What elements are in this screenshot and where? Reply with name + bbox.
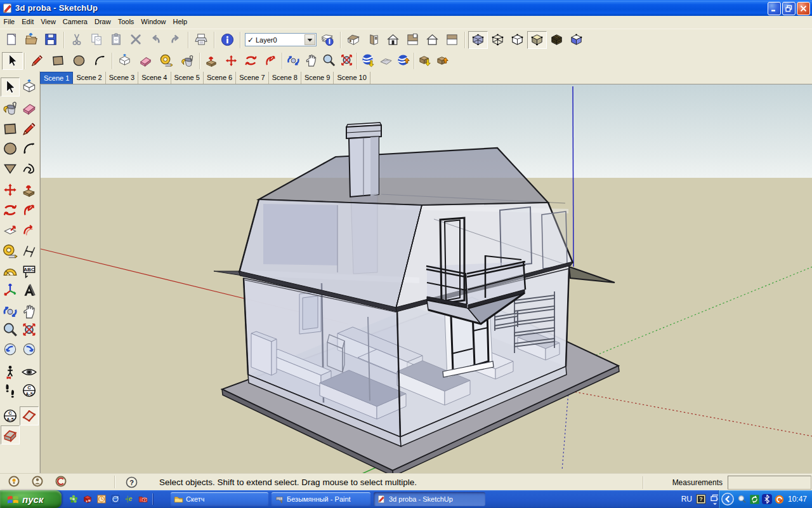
new-button[interactable]	[2, 31, 22, 49]
solidworks-icon[interactable]: SW	[82, 494, 93, 505]
polygon-tool[interactable]	[1, 159, 20, 178]
push-pull-tool[interactable]	[20, 180, 39, 199]
bluetooth-tray-icon[interactable]	[762, 494, 772, 504]
green-sync-tray-icon[interactable]	[749, 494, 760, 505]
left-view-button[interactable]	[363, 31, 383, 49]
right-view-button[interactable]	[442, 31, 462, 49]
section-plane-tool[interactable]	[20, 406, 39, 425]
back-view-button[interactable]	[422, 31, 442, 49]
line-button[interactable]	[27, 52, 48, 70]
get-current-view-button[interactable]	[359, 52, 377, 70]
layer-combo[interactable]: ✓Layer0	[245, 33, 317, 46]
minimize-button[interactable]	[768, 2, 781, 15]
tape-measure-button[interactable]	[156, 52, 177, 70]
restore-button[interactable]	[782, 2, 796, 15]
shaded-button[interactable]	[527, 31, 547, 49]
claim-status-icon[interactable]	[55, 475, 67, 489]
rotate-tool[interactable]	[1, 201, 20, 220]
look-around-tool[interactable]	[20, 363, 39, 382]
wireframe-button[interactable]	[488, 31, 508, 49]
e-green-icon[interactable]: e	[124, 494, 134, 505]
zoom-extents-tool[interactable]	[20, 321, 39, 340]
protractor-tool[interactable]	[1, 262, 20, 281]
orbit-button[interactable]	[284, 52, 302, 70]
task--[interactable]: Скетч	[171, 492, 268, 506]
tab-scene-6[interactable]: Scene 6	[204, 72, 236, 84]
help-status-icon[interactable]: ?	[126, 476, 138, 488]
previous-view-tool[interactable]	[1, 340, 20, 359]
section-symbol-2-tool[interactable]: CA-5	[1, 406, 20, 425]
circle-tool[interactable]	[1, 139, 20, 158]
text-tool[interactable]: ABC	[20, 262, 39, 281]
open-button[interactable]	[22, 31, 41, 49]
magnifier-tray-icon[interactable]	[737, 494, 747, 505]
tape-measure-tool[interactable]	[1, 242, 20, 261]
menu-file[interactable]: File	[0, 16, 18, 28]
pan-tool[interactable]	[20, 302, 39, 321]
section-symbol-tool[interactable]: CA-5	[20, 381, 39, 400]
zoom-extents-button[interactable]	[337, 52, 355, 70]
undo-button[interactable]	[146, 31, 166, 49]
chevron-collapse-icon[interactable]	[721, 492, 735, 506]
pan-button[interactable]	[302, 52, 320, 70]
toggle-terrain-button[interactable]	[377, 52, 395, 70]
menu-window[interactable]: Window	[138, 16, 169, 28]
ie-update-icon[interactable]	[110, 494, 121, 505]
tab-scene-9[interactable]: Scene 9	[301, 72, 334, 84]
axes-tool[interactable]	[1, 281, 20, 300]
language-indicator[interactable]: RU	[681, 495, 692, 504]
start-button[interactable]: пуск	[0, 490, 62, 508]
push-pull-button[interactable]	[202, 52, 221, 70]
hidden-line-button[interactable]	[508, 31, 527, 49]
zoom-button[interactable]	[320, 52, 337, 70]
3d-text-tool[interactable]	[20, 281, 39, 300]
select-button[interactable]	[2, 52, 23, 70]
scale-tool[interactable]	[1, 221, 20, 240]
make-component-button[interactable]	[114, 52, 135, 70]
get-models-button[interactable]	[416, 52, 434, 70]
tab-scene-5[interactable]: Scene 5	[171, 72, 204, 84]
iso-view-button[interactable]	[344, 31, 363, 49]
menu-edit[interactable]: Edit	[18, 16, 37, 28]
section-fill-tool[interactable]	[1, 425, 20, 444]
task-sketchup[interactable]: 3d proba - SketchUp	[374, 492, 485, 506]
icq-flower-icon[interactable]	[68, 494, 79, 505]
clock-app-icon[interactable]	[96, 494, 107, 505]
follow-me-tool[interactable]	[20, 201, 39, 220]
combo-dropdown-icon[interactable]	[304, 34, 315, 45]
line-tool[interactable]	[20, 119, 39, 138]
xray-button[interactable]	[468, 31, 488, 49]
paint-bucket-button[interactable]	[177, 52, 198, 70]
freehand-tool[interactable]	[20, 159, 39, 178]
select-tool[interactable]	[1, 77, 20, 97]
menu-tools[interactable]: Tools	[114, 16, 138, 28]
tab-scene-10[interactable]: Scene 10	[334, 72, 370, 84]
menu-draw[interactable]: Draw	[91, 16, 114, 28]
place-model-button[interactable]	[395, 52, 412, 70]
shaded-textures-button[interactable]	[547, 31, 566, 49]
share-model-button[interactable]	[434, 52, 452, 70]
rectangle-tool[interactable]	[1, 119, 20, 138]
next-view-tool[interactable]	[20, 340, 39, 359]
geolocation-status-icon[interactable]	[8, 475, 20, 489]
model-canvas[interactable]	[40, 84, 812, 473]
tab-scene-7[interactable]: Scene 7	[236, 72, 268, 84]
orange-ring-tray-icon[interactable]	[774, 494, 785, 505]
zoom-tool[interactable]	[1, 321, 20, 340]
sw-folder-icon[interactable]	[138, 494, 148, 505]
make-component-tool[interactable]	[20, 77, 39, 97]
close-button[interactable]	[797, 2, 810, 15]
paste-button[interactable]	[107, 31, 126, 49]
walk-tool[interactable]	[1, 381, 20, 400]
task--paint[interactable]: Безымянный - Paint	[272, 492, 370, 506]
monochrome-button[interactable]	[566, 31, 586, 49]
language-help-icon[interactable]: ?	[696, 494, 707, 505]
credit-status-icon[interactable]	[31, 475, 44, 489]
tab-scene-4[interactable]: Scene 4	[138, 72, 171, 84]
top-view-button[interactable]	[403, 31, 422, 49]
follow-me-button[interactable]	[261, 52, 280, 70]
move-tool[interactable]	[1, 180, 20, 199]
offset-tool[interactable]	[20, 221, 39, 240]
tab-scene-8[interactable]: Scene 8	[269, 72, 301, 84]
print-button[interactable]	[192, 31, 211, 49]
